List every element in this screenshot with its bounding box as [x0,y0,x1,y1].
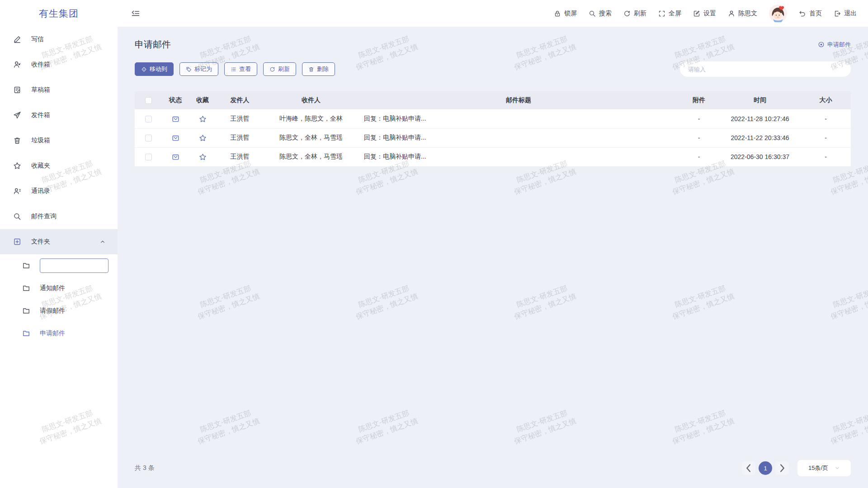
mail-filter-searchbox[interactable] [680,61,851,77]
size-cell: - [801,109,851,128]
favorite-star-icon[interactable] [199,134,207,142]
mark-button-label: 标记为 [194,65,212,73]
sidebar-item-folders[interactable]: 文件夹 [0,229,118,254]
mail-table: 状态收藏发件人收件人邮件标题附件时间大小 王洪哲 叶海峰，陈思文，全林 回复：电… [135,91,851,167]
recipients-cell: 叶海峰，陈思文，全林 [264,109,359,128]
sidebar-nav: 写信 收件箱 草稿箱 发件箱 垃圾箱 收藏夹 通讯录 [0,27,118,254]
user-avatar[interactable] [769,5,787,23]
main-column: 锁屏搜索刷新全屏设置陈思文首页退出 申请邮件 申请邮件 移动到标记为查看刷新删除 [118,0,868,488]
topbar-home-button[interactable]: 首页 [799,9,822,18]
refresh-icon [623,10,631,17]
folder-icon [22,262,30,270]
mail-row-1[interactable]: 王洪哲 陈思文，全林，马雪瑶 回复：电脑补贴申请... - 2022-11-22… [135,128,851,147]
page-size-select[interactable]: 15条/页 [797,460,851,476]
sidebar-item-compose[interactable]: 写信 [0,27,118,52]
next-page-button[interactable] [775,461,789,475]
row-checkbox[interactable] [145,116,152,122]
topbar-fullscreen-button[interactable]: 全屏 [658,9,681,18]
subject-cell[interactable]: 回复：电脑补贴申请... [359,128,679,147]
page-number[interactable]: 1 [759,461,772,475]
app-window: 有生集团 写信 收件箱 草稿箱 发件箱 垃圾箱 收藏夹 通讯录 [0,0,868,488]
row-checkbox[interactable] [145,135,152,141]
recipients-cell: 陈思文，全林，马雪瑶 [264,128,359,147]
sidebar-item-mail-search[interactable]: 邮件查询 [0,204,118,229]
sidebar: 有生集团 写信 收件箱 草稿箱 发件箱 垃圾箱 收藏夹 通讯录 [0,0,118,488]
refresh-icon [269,66,275,72]
table-header-row: 状态收藏发件人收件人邮件标题附件时间大小 [135,91,851,109]
mark-button[interactable]: 标记为 [179,62,218,76]
total-count: 共 3 条 [135,464,155,472]
topbar-logout-label: 退出 [844,9,857,18]
favorite-star-icon[interactable] [199,153,207,161]
row-checkbox[interactable] [145,154,152,160]
time-cell: 2022-11-22 20:33:46 [719,128,801,147]
search-input[interactable] [687,66,844,73]
column-header-4: 邮件标题 [359,91,679,109]
chevron-up-icon[interactable] [99,239,106,245]
topbar: 锁屏搜索刷新全屏设置陈思文首页退出 [118,0,868,27]
logout-icon [834,10,841,17]
view-button[interactable]: 查看 [224,62,257,76]
pagination: 1 15条/页 [742,460,851,476]
time-cell: 2022-11-28 10:27:46 [719,109,801,128]
trash-icon [13,136,21,145]
table-footer: 共 3 条 1 15条/页 [135,460,851,476]
sidebar-item-trash[interactable]: 垃圾箱 [0,128,118,153]
size-cell: - [801,128,851,147]
title-row: 申请邮件 申请邮件 [135,38,851,51]
topbar-user-button[interactable]: 陈思文 [728,9,757,18]
subject-cell[interactable]: 回复：电脑补贴申请... [359,109,679,128]
collapse-sidebar-icon[interactable] [131,9,140,18]
column-header-5: 附件 [679,91,719,109]
mail-read-status-icon [172,115,179,123]
folder-label: 通知邮件 [40,284,65,292]
folder-icon [22,329,30,338]
sidebar-item-label: 收件箱 [31,61,50,69]
favorite-star-icon[interactable] [199,115,207,123]
toolbar: 移动到标记为查看刷新删除 [135,61,851,77]
delete-button[interactable]: 删除 [302,62,335,76]
breadcrumb[interactable]: 申请邮件 [818,41,851,49]
prev-page-button[interactable] [742,461,755,475]
folder-icon [22,284,30,292]
sidebar-item-inbox[interactable]: 收件箱 [0,52,118,77]
sidebar-folder-notice[interactable]: 通知邮件 [0,277,118,300]
topbar-fullscreen-label: 全屏 [669,9,681,18]
move-button-label: 移动到 [150,65,167,73]
topbar-settings-label: 设置 [703,9,716,18]
mail-row-2[interactable]: 王洪哲 陈思文，全林，马雪瑶 回复：电脑补贴申请... - 2022-06-30… [135,147,851,166]
sidebar-item-contacts[interactable]: 通讯录 [0,178,118,204]
new-folder-name-input[interactable] [40,258,108,273]
topbar-user-label: 陈思文 [738,9,757,18]
sidebar-folder-leave[interactable]: 请假邮件 [0,300,118,322]
sidebar-item-label: 文件夹 [31,238,50,246]
person-icon [728,10,735,17]
topbar-actions: 锁屏搜索刷新全屏设置陈思文首页退出 [554,5,857,23]
table-body: 王洪哲 叶海峰，陈思文，全林 回复：电脑补贴申请... - 2022-11-28… [135,109,851,166]
move-icon [141,66,147,72]
subject-cell[interactable]: 回复：电脑补贴申请... [359,147,679,166]
mail-row-0[interactable]: 王洪哲 叶海峰，陈思文，全林 回复：电脑补贴申请... - 2022-11-28… [135,109,851,128]
sidebar-item-label: 收藏夹 [31,162,50,170]
toolbar-buttons: 移动到标记为查看刷新删除 [135,62,341,76]
sidebar-item-drafts[interactable]: 草稿箱 [0,77,118,103]
folder-row-new [0,254,118,277]
select-all-checkbox[interactable] [145,97,152,104]
sidebar-item-favorites[interactable]: 收藏夹 [0,153,118,178]
column-header-3: 收件人 [264,91,359,109]
topbar-lock-button[interactable]: 锁屏 [554,9,577,18]
refresh-button[interactable]: 刷新 [263,62,296,76]
undo-icon [799,10,806,17]
inbox-icon [13,61,21,69]
topbar-logout-button[interactable]: 退出 [834,9,857,18]
move-button[interactable]: 移动到 [135,62,174,76]
topbar-settings-button[interactable]: 设置 [693,9,716,18]
sidebar-item-sent[interactable]: 发件箱 [0,103,118,128]
column-header-7: 大小 [801,91,851,109]
refresh-button-label: 刷新 [278,65,290,73]
sidebar-folder-list: 通知邮件 请假邮件 申请邮件 [0,254,118,345]
column-header-1: 收藏 [189,91,216,109]
sidebar-folder-apply[interactable]: 申请邮件 [0,322,118,345]
topbar-search-button[interactable]: 搜索 [589,9,612,18]
topbar-refresh-button[interactable]: 刷新 [623,9,646,18]
